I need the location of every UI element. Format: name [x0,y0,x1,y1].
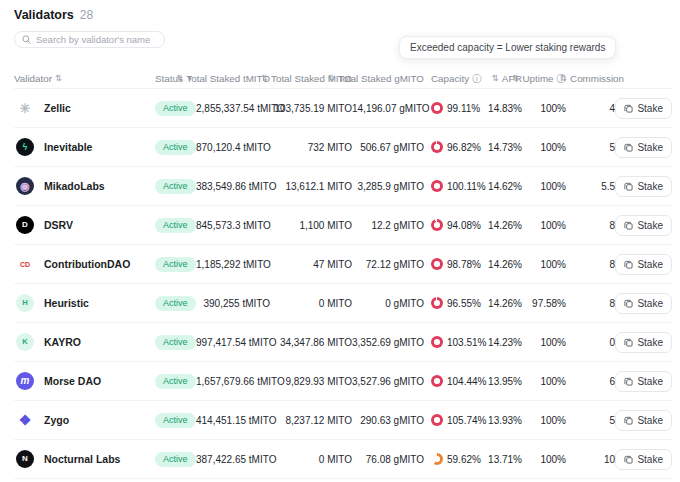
capacity-cell: 104.44% [424,375,484,387]
table-row: K KAYRO Active 997,417.54 tMITO 34,347.8… [14,323,672,362]
stake-button[interactable]: Stake [615,215,672,236]
total-staked-tmito-cell: 2,855,337.54 tMITO [196,103,270,114]
total-staked-gmito-cell: 3,527.96 gMITO [352,376,424,387]
status-badge: Active [155,179,196,194]
column-header-validator[interactable]: Validator ⇅ [14,73,144,84]
validator-icon: m [16,372,34,390]
total-staked-gmito-cell: 3,285.9 gMITO [352,181,424,192]
validator-icon: D [16,216,34,234]
capacity-cell: 105.74% [424,414,484,426]
validator-icon: ϟ [16,138,34,156]
status-badge: Active [155,413,196,428]
capacity-donut [431,258,443,270]
column-header-capacity[interactable]: Capacity ⓘ [424,73,484,84]
table-row: N Nocturnal Labs Active 387,422.65 tMITO… [14,440,672,479]
validator-cell: D DSRV [14,216,144,234]
total-staked-mito-cell: 0 MITO [270,298,352,309]
column-header-total-staked-gmito[interactable]: ⇅ Total Staked gMITO [352,73,424,84]
uptime-cell: 100% [522,415,566,426]
table-row: ✳ Zellic Active 2,855,337.54 tMITO 103,7… [14,89,672,128]
stake-button-label: Stake [637,298,663,309]
stake-button[interactable]: Stake [615,332,672,353]
apr-cell: 14.73% [484,142,522,153]
stake-cell: Stake [624,332,672,353]
stake-cell: Stake [624,137,672,158]
stake-cell: Stake [624,293,672,314]
uptime-cell: 100% [522,142,566,153]
total-staked-mito-cell: 34,347.86 MITO [270,337,352,348]
uptime-cell: 100% [522,376,566,387]
sort-icon: ⇅ [327,74,334,83]
capacity-value: 100.11% [447,181,486,192]
sort-icon: ⇅ [512,74,519,83]
validator-cell: ◉ MikadoLabs [14,177,144,195]
capacity-donut-hole [434,105,440,111]
total-staked-gmito-cell: 290.63 gMITO [352,415,424,426]
validator-name: KAYRO [44,336,81,348]
column-header-total-staked-tmito[interactable]: ⇅ Total Staked tMITO [196,73,270,84]
search-input[interactable] [36,34,157,45]
apr-cell: 14.23% [484,337,522,348]
stake-icon [624,416,633,425]
stake-button[interactable]: Stake [615,371,672,392]
column-header-commission[interactable]: ⇅ Commission [566,73,624,84]
column-label: Commission [570,73,624,84]
info-icon[interactable]: ⓘ [472,74,482,84]
total-staked-tmito-cell: 845,573.3 tMITO [196,220,270,231]
sort-icon: ⇅ [261,74,268,83]
validator-name: Heuristic [44,297,89,309]
table-body: ✳ Zellic Active 2,855,337.54 tMITO 103,7… [14,89,672,479]
capacity-donut [431,453,443,465]
stake-button[interactable]: Stake [615,98,672,119]
status-cell: Active [144,218,196,233]
stake-button-label: Stake [637,415,663,426]
status-cell: Active [144,257,196,272]
capacity-donut [431,414,443,426]
total-staked-gmito-cell: 3,352.69 gMITO [352,337,424,348]
validator-cell: ❖ Zygo [14,411,144,429]
validator-name: DSRV [44,219,73,231]
capacity-donut [431,180,443,192]
validator-icon: N [16,450,34,468]
validator-name: Morse DAO [44,375,101,387]
validator-name: MikadoLabs [44,180,105,192]
stake-cell: Stake [624,371,672,392]
stake-icon [624,377,633,386]
total-staked-mito-cell: 0 MITO [270,454,352,465]
total-staked-tmito-cell: 414,451.15 tMITO [196,415,270,426]
total-staked-tmito-cell: 1,185,292 tMITO [196,259,270,270]
capacity-cell: 98.78% [424,258,484,270]
stake-button-label: Stake [637,454,663,465]
capacity-donut-hole [434,378,440,384]
stake-button[interactable]: Stake [615,410,672,431]
stake-button[interactable]: Stake [615,176,672,197]
stake-cell: Stake [624,254,672,275]
stake-icon [624,455,633,464]
validators-count: 28 [80,8,93,22]
validator-icon: ✳ [16,99,34,117]
capacity-tooltip: Exceeded capacity = Lower staking reward… [399,36,616,59]
total-staked-tmito-cell: 383,549.86 tMITO [196,181,270,192]
status-badge: Active [155,335,196,350]
capacity-donut [431,141,443,153]
stake-icon [624,143,633,152]
total-staked-gmito-cell: 14,196.07 gMITO [352,103,424,114]
stake-button[interactable]: Stake [615,137,672,158]
stake-button[interactable]: Stake [615,293,672,314]
total-staked-gmito-cell: 0 gMITO [352,298,424,309]
sort-icon: ⇅ [492,74,499,83]
sort-icon: ⇅ [176,74,183,83]
stake-button[interactable]: Stake [615,254,672,275]
status-badge: Active [155,101,196,116]
search-box[interactable] [14,31,165,48]
validator-cell: ϟ Inevitable [14,138,144,156]
page-title: Validators [14,8,74,22]
total-staked-mito-cell: 47 MITO [270,259,352,270]
stake-button-label: Stake [637,259,663,270]
uptime-cell: 100% [522,454,566,465]
status-badge: Active [155,296,196,311]
stake-button[interactable]: Stake [615,449,672,470]
stake-cell: Stake [624,449,672,470]
status-cell: Active [144,335,196,350]
status-cell: Active [144,413,196,428]
